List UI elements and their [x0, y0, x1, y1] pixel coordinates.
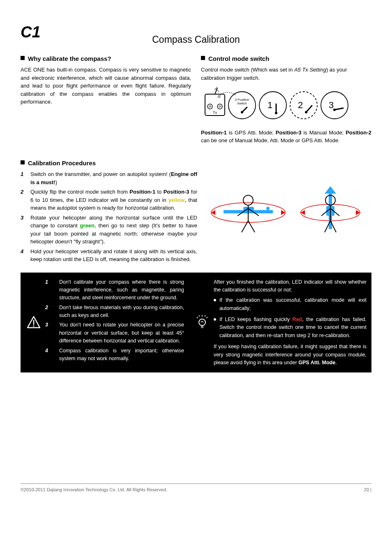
svg-point-18	[321, 92, 348, 119]
heading-why: Why calibrate the compass?	[28, 54, 111, 64]
svg-point-8	[218, 96, 220, 98]
procedure-step: 3 Rotate your helicopter along the horiz…	[21, 214, 197, 246]
svg-point-6	[217, 104, 222, 109]
warning-icon	[26, 278, 41, 367]
page-footer: ©2010-2011 Dajiang Innovation Technology…	[21, 483, 371, 493]
rotation-illustration	[207, 159, 371, 265]
svg-point-27	[243, 195, 253, 205]
svg-line-54	[199, 315, 200, 317]
heading-procedures: Calibration Procedures	[28, 159, 96, 168]
svg-line-55	[205, 315, 205, 317]
svg-point-48	[199, 319, 205, 326]
bullet-square	[21, 160, 25, 164]
tip-box: After you finished the calibration, LED …	[189, 273, 371, 373]
svg-line-11	[242, 107, 247, 112]
tip-lead: After you finished the calibration, LED …	[214, 278, 367, 294]
bullet-square	[21, 56, 25, 60]
procedure-step: 4 Hold your helicopter vertically and ro…	[21, 247, 197, 264]
svg-line-17	[306, 106, 312, 112]
heading-switch: Control mode switch	[208, 54, 269, 64]
svg-point-15	[290, 92, 317, 119]
switch-diagram: Tx 3 Position Switch 1 2	[201, 87, 371, 126]
sw-label-line2: Switch	[237, 102, 247, 105]
tx-label: Tx	[213, 111, 217, 115]
procedure-step: 1 Switch on the transmitter, and power o…	[21, 170, 197, 186]
sw-label-line1: 3 Position	[235, 98, 249, 102]
svg-point-4	[208, 104, 212, 109]
switch-p1: Control mode switch (Which was set in A5…	[201, 66, 371, 82]
warning-box: 1 Don't calibrate your compass where the…	[21, 273, 189, 373]
page-number: 20 |	[364, 486, 371, 493]
why-body: ACE ONE has built-in compass. Compass is…	[21, 66, 191, 106]
svg-point-5	[209, 106, 211, 107]
svg-point-12	[259, 92, 286, 119]
svg-line-20	[334, 108, 343, 110]
svg-line-52	[197, 317, 198, 318]
svg-line-53	[206, 317, 208, 318]
switch-p2: Position-1 is GPS Atti. Mode; Position-3…	[201, 129, 371, 145]
pos1-num: 1	[267, 100, 272, 110]
bullet-square	[201, 56, 205, 60]
lightbulb-icon	[195, 278, 210, 367]
svg-point-47	[33, 326, 34, 327]
pos2-num: 2	[298, 100, 303, 110]
svg-marker-37	[325, 186, 336, 194]
svg-point-26	[266, 207, 270, 210]
pos3-num: 3	[329, 100, 334, 110]
procedure-step: 2 Quickly flip the control mode switch f…	[21, 188, 197, 212]
copyright: ©2010-2011 Dajiang Innovation Technology…	[21, 486, 167, 493]
page-title: Compass Calibration	[21, 32, 371, 47]
svg-point-7	[219, 106, 221, 107]
svg-point-9	[228, 92, 256, 119]
